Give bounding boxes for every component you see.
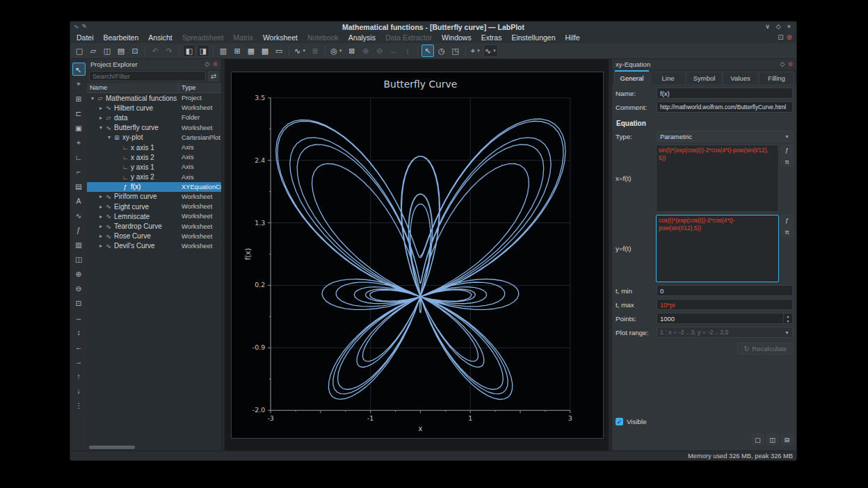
menu-hilfe[interactable]: Hilfe — [560, 32, 584, 43]
spin-down-icon[interactable]: ▼ — [784, 318, 792, 323]
equation-type-select[interactable]: Parametric ▼ — [657, 131, 793, 142]
shift-left-x-button[interactable]: ← — [72, 340, 86, 353]
tab-symbol[interactable]: Symbol — [686, 72, 722, 84]
points-stepper[interactable]: ▲ ▼ — [657, 313, 793, 324]
tree-row-eight-curve[interactable]: ▸∿Eight curveWorksheet — [87, 202, 221, 211]
properties-header[interactable]: xy-Equation ◇ ⊗ — [612, 59, 796, 70]
name-field[interactable] — [657, 88, 793, 99]
tree-expander-icon[interactable]: ▸ — [97, 193, 104, 200]
tab-values[interactable]: Values — [723, 72, 758, 84]
tree-row-lemniscate[interactable]: ▸∿LemniscateWorksheet — [87, 211, 221, 221]
toggle-properties-dock-button[interactable]: ◨ — [197, 44, 209, 57]
tree-row-devil-s-curve[interactable]: ▸∿Devil's CurveWorksheet — [87, 241, 221, 251]
add-histogram-button[interactable]: ▥ — [72, 238, 86, 251]
add-plot-four-axes-button[interactable]: ⊞ — [72, 92, 86, 105]
crosshair-tool-button[interactable]: ⌖ — [72, 77, 86, 90]
comment-field[interactable] — [657, 101, 793, 113]
titlebar[interactable]: ∿ ✎ Mathematical functions - [Butterfly … — [70, 22, 796, 32]
visible-checkbox[interactable]: ✓ — [616, 418, 623, 425]
tmin-field[interactable] — [657, 285, 793, 296]
spin-up-icon[interactable]: ▲ — [784, 314, 792, 318]
fit-page-button[interactable]: ⊠ — [346, 44, 358, 57]
close-subwindow-button[interactable]: ⊗ — [787, 34, 792, 41]
insert-function-button[interactable]: ƒ — [781, 215, 793, 225]
zoom-mode-button[interactable]: ◎▼ — [329, 44, 344, 57]
print-button[interactable]: ▤ — [115, 44, 127, 57]
search-input[interactable] — [89, 71, 206, 81]
more-tools-button[interactable]: ⋮ — [72, 398, 86, 412]
add-boxplot-button[interactable]: ◫ — [72, 252, 86, 266]
open-project-button[interactable]: ▱ — [87, 44, 99, 57]
add-y-axis-button[interactable]: ⌐ — [72, 165, 86, 178]
add-plot-element-button[interactable]: ∿▼ — [483, 44, 498, 57]
tree-row-x-axis-1[interactable]: ∟x axis 1Axis — [87, 143, 221, 152]
menu-bearbeiten[interactable]: Bearbeiten — [99, 32, 144, 43]
zoom-in-plot-button[interactable]: ⊕ — [72, 267, 86, 280]
restore-subwindow-button[interactable]: ⊡ — [778, 34, 783, 41]
points-field[interactable] — [657, 314, 783, 323]
butterfly-curve[interactable] — [276, 119, 565, 399]
save-project-button[interactable]: ◫ — [101, 44, 113, 57]
add-text-label-button[interactable]: A — [72, 194, 86, 207]
load-function-button[interactable]: ▢ — [752, 434, 764, 445]
new-project-button[interactable]: ▢ — [73, 44, 86, 57]
tree-row-y-axis-1[interactable]: ∟y axis 1Axis — [87, 162, 221, 172]
plot-mouse-mode-button[interactable]: ⌖▼ — [469, 44, 482, 57]
plot-title[interactable]: Butterfly Curve — [384, 79, 458, 90]
menu-windows[interactable]: Windows — [437, 32, 476, 43]
y-equation-field[interactable]: cos(t)*(exp(cos(t))-2*cos(4*t)-pow(sin(t… — [656, 215, 779, 282]
menu-analysis[interactable]: Analysis — [344, 32, 380, 43]
tree-expander-icon[interactable]: ▸ — [97, 204, 104, 210]
float-dock-icon[interactable]: ◇ — [780, 61, 785, 67]
close-button[interactable]: × — [787, 24, 791, 30]
tree-row-hilbert-curve[interactable]: ▸∿Hilbert curveWorksheet — [87, 103, 221, 113]
tree-expander-icon[interactable]: ▸ — [97, 223, 104, 229]
menu-extras[interactable]: Extras — [476, 32, 507, 43]
chevron-down-icon[interactable]: ▼ — [302, 49, 306, 53]
close-dock-icon[interactable]: ⊗ — [787, 61, 793, 67]
tree-expander-icon[interactable]: ▸ — [97, 105, 104, 111]
maximize-button[interactable]: ◇ — [776, 24, 781, 30]
tree-row-mathematical-functions[interactable]: ▾▱Mathematical functionsProject — [87, 93, 221, 103]
new-plot-button[interactable]: ∿▼ — [293, 44, 307, 57]
tree-row-teardrop-curve[interactable]: ▸∿Teardrop CurveWorksheet — [87, 221, 221, 231]
filter-options-button[interactable]: ⇄ — [208, 71, 219, 81]
x-axis-title[interactable]: x — [419, 425, 423, 432]
column-type[interactable]: Type — [179, 83, 199, 92]
menu-ansicht[interactable]: Ansicht — [143, 32, 177, 43]
add-legend-button[interactable]: ▤ — [72, 179, 86, 193]
tree-expander-icon[interactable]: ▾ — [97, 124, 104, 131]
presenter-mode-button[interactable]: ◷ — [435, 44, 448, 57]
chevron-down-icon[interactable]: ▼ — [492, 49, 497, 53]
new-workbook-button[interactable]: ⊞ — [231, 44, 243, 57]
tree-row-f-x[interactable]: ƒf(x)XYEquationCurve — [87, 182, 221, 192]
add-plot-centered-button[interactable]: ▣ — [72, 121, 86, 134]
chevron-down-icon[interactable]: ▼ — [339, 49, 343, 53]
save-function-button[interactable]: ◫ — [766, 434, 778, 445]
tree-expander-icon[interactable]: ▸ — [97, 243, 104, 249]
column-name[interactable]: Name — [87, 83, 179, 92]
tree-expander-icon[interactable]: ▸ — [97, 213, 104, 220]
auto-scale-x-button[interactable]: ↔ — [72, 311, 86, 324]
float-dock-icon[interactable]: ◇ — [205, 61, 210, 67]
add-plot-origin-button[interactable]: + — [72, 136, 86, 149]
shift-down-y-button[interactable]: ↓ — [72, 384, 86, 397]
add-x-axis-button[interactable]: ∟ — [72, 150, 86, 163]
tab-general[interactable]: General — [614, 70, 650, 84]
close-dock-icon[interactable]: ⊗ — [212, 61, 218, 67]
tree-row-butterfly-curve[interactable]: ▾∿Butterfly curveWorksheet — [87, 123, 221, 133]
tree-expander-icon[interactable]: ▾ — [106, 134, 113, 140]
select-tool-button[interactable]: ↖ — [72, 63, 86, 76]
tree-row-xy-plot[interactable]: ▾⊞xy-plotCartesianPlot — [87, 133, 221, 143]
add-plot-two-axes-button[interactable]: ⊏ — [72, 106, 86, 120]
new-folder-button[interactable]: ▥ — [217, 44, 230, 57]
tmax-field[interactable] — [657, 299, 793, 310]
menu-datei[interactable]: Datei — [72, 32, 99, 43]
horizontal-scrollbar[interactable] — [89, 446, 135, 449]
tree-expander-icon[interactable]: ▾ — [89, 95, 96, 101]
insert-constant-button[interactable]: π — [781, 156, 793, 167]
tab-line[interactable]: Line — [650, 72, 686, 84]
select-mode-button[interactable]: ↖ — [421, 44, 434, 57]
x-equation-field[interactable]: sin(t)*(exp(cos(t))-2*cos(4*t)-pow(sin(t… — [656, 145, 779, 212]
insert-constant-button[interactable]: π — [781, 227, 793, 237]
